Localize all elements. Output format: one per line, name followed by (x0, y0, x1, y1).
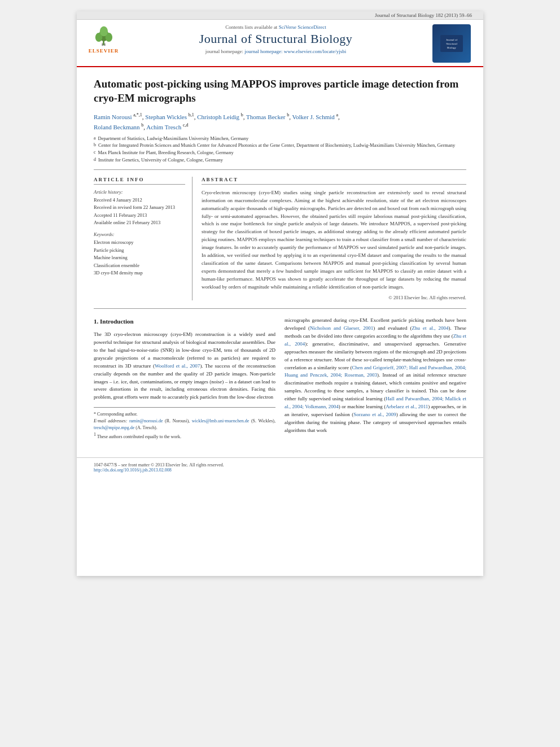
info-abstract-section: ARTICLE INFO Article history: Received 4… (94, 177, 466, 300)
svg-text:Biology: Biology (447, 46, 457, 49)
email-norousi[interactable]: ramin@norousi.de (129, 418, 163, 423)
article-info-header: ARTICLE INFO (94, 177, 185, 185)
author-becker: Thomas Becker (246, 113, 285, 120)
received-date: Received 4 January 2012 (94, 196, 185, 204)
abstract-col: ABSTRACT Cryo-electron microscopy (cryo-… (202, 177, 466, 300)
doi-link[interactable]: http://dx.doi.org/10.1016/j.jsb.2013.02.… (94, 468, 172, 473)
elsevier-logo: ELSEVIER (88, 24, 119, 54)
ref-hall2004[interactable]: Hall and Patwardhan, 2004; Mallick et al… (285, 396, 466, 409)
intro-para-2: micrographs generated during cryo-EM. Ex… (285, 317, 466, 435)
affil-c-text: Max Planck Institute for Plant, Breeding… (98, 149, 234, 156)
intro-para-1: The 3D cryo-electron microscopy (cryo-EM… (94, 331, 275, 401)
journal-header: ELSEVIER Contents lists available at Sci… (77, 20, 483, 67)
keywords-group: Keywords: Electron microscopy Particle p… (94, 231, 185, 277)
svg-text:Journal of: Journal of (446, 38, 457, 41)
footnote-corresponding: * Corresponding author. (94, 411, 275, 418)
author-schmid: Volker J. Schmid (292, 113, 335, 120)
journal-citation: Journal of Structural Biology 182 (2013)… (375, 12, 472, 18)
ref-sorzano[interactable]: Sorzano et al., 2009 (353, 412, 396, 417)
affil-d-text: Institute for Genetics, University of Co… (98, 156, 223, 164)
intro-col-left: 1. Introduction The 3D cryo-electron mic… (94, 317, 275, 440)
keyword-2: Particle picking (94, 247, 185, 255)
authors: Ramin Norousi a,*,1, Stephan Wickles b,1… (94, 112, 466, 131)
author-tresch: Achim Tresch (146, 123, 181, 130)
ref-arbelaez[interactable]: Arbelaez et al., 2011 (386, 404, 428, 409)
keyword-4: Classification ensemble (94, 262, 185, 270)
available-date: Available online 21 February 2013 (94, 219, 185, 227)
affil-c: c Max Planck Institute for Plant, Breedi… (94, 149, 466, 156)
author-norousi: Ramin Norousi (94, 113, 132, 120)
svg-text:Structural: Structural (446, 42, 457, 45)
main-content: Automatic post-picking using MAPPOS impr… (77, 67, 483, 452)
abstract-header: ABSTRACT (202, 177, 466, 185)
header-center: Contents lists available at SciVerse Sci… (119, 24, 432, 54)
introduction-section: 1. Introduction The 3D cryo-electron mic… (94, 308, 466, 440)
keyword-1: Electron microscopy (94, 239, 185, 247)
history-label: Article history: (94, 189, 185, 195)
contents-text: Contents lists available at (225, 24, 277, 30)
footer-doi: http://dx.doi.org/10.1016/j.jsb.2013.02.… (94, 468, 466, 473)
affil-a: a Department of Statistics, Ludwig-Maxim… (94, 135, 466, 142)
accepted-date: Accepted 11 February 2013 (94, 212, 185, 220)
header-left: ELSEVIER (88, 24, 119, 54)
affil-d: d Institute for Genetics, University of … (94, 156, 466, 164)
header-right: Journal of Structural Biology (432, 24, 472, 63)
footnotes: * Corresponding author. E-mail addresses… (94, 407, 275, 440)
article-title: Automatic post-picking using MAPPOS impr… (94, 77, 466, 105)
article-info-col: ARTICLE INFO Article history: Received 4… (94, 177, 193, 300)
ref-zhu2004[interactable]: Zhu et al., 2004 (412, 325, 449, 331)
author-wickles: Stephan Wickles (145, 113, 187, 120)
intro-title: 1. Introduction (94, 317, 275, 326)
svg-point-4 (100, 27, 108, 37)
copyright: © 2013 Elsevier Inc. All rights reserved… (202, 295, 466, 300)
homepage-link[interactable]: journal homepage: www.elsevier.com/locat… (244, 49, 346, 54)
affil-b-text: Center for Integrated Protein Sciences a… (98, 142, 455, 149)
footnote-email: E-mail addresses: ramin@norousi.de (R. N… (94, 418, 275, 431)
sciverse-line: Contents lists available at SciVerse Sci… (125, 24, 427, 30)
homepage-label: journal homepage: (205, 49, 244, 54)
affil-b: b Center for Integrated Protein Sciences… (94, 142, 466, 149)
sciverse-link[interactable]: SciVerse ScienceDirect (279, 24, 326, 30)
abstract-text: Cryo-electron microscopy (cryo-EM) studi… (202, 189, 466, 291)
intro-title-text: Introduction (100, 318, 134, 325)
journal-homepage: journal homepage: journal homepage: www.… (125, 49, 427, 54)
ref-woolford[interactable]: Woolford et al., 2007 (155, 363, 200, 369)
footer-copyright: 1047-8477/$ – see front matter © 2013 El… (94, 462, 466, 468)
elsevier-tree-icon (88, 24, 119, 47)
affil-a-text: Department of Statistics, Ludwig-Maximil… (98, 135, 249, 142)
keywords-label: Keywords: (94, 231, 185, 237)
ref-zhu2004b[interactable]: Zhu et al., 2004 (285, 333, 466, 347)
intro-number: 1. (94, 318, 98, 325)
ref-chen2007[interactable]: Chen and Grigorieff, 2007; Hall and Patw… (285, 365, 466, 378)
journal-title: Journal of Structural Biology (125, 32, 427, 46)
keyword-3: Machine learning (94, 254, 185, 262)
email-tresch[interactable]: tresch@mpipz.mpg.de (94, 425, 134, 430)
affiliations: a Department of Statistics, Ludwig-Maxim… (94, 135, 466, 170)
intro-col-right: micrographs generated during cryo-EM. Ex… (285, 317, 466, 440)
footer: 1047-8477/$ – see front matter © 2013 El… (77, 457, 483, 478)
svg-rect-5 (102, 43, 103, 46)
top-bar: Journal of Structural Biology 182 (2013)… (77, 11, 483, 20)
keyword-5: 3D cryo-EM density map (94, 269, 185, 277)
sb-logo-icon: Journal of Structural Biology (440, 35, 463, 52)
ref-nicholson[interactable]: Nicholson and Glaeser, 2001 (310, 325, 373, 331)
article-history: Article history: Received 4 January 2012… (94, 189, 185, 227)
email-wickles[interactable]: wickles@lmb.uni-muenchen.de (192, 418, 250, 423)
footnote-equal: 1 These authors contributed equally to t… (94, 431, 275, 440)
author-leidig: Christoph Leidig (197, 113, 239, 120)
elsevier-brand: ELSEVIER (89, 48, 119, 54)
introduction-two-col: 1. Introduction The 3D cryo-electron mic… (94, 317, 466, 440)
svg-rect-6 (104, 43, 106, 46)
received-revised-date: Received in revised form 22 January 2013 (94, 204, 185, 212)
sb-logo: Journal of Structural Biology (432, 24, 471, 63)
author-beckmann: Roland Beckmann (94, 123, 140, 130)
